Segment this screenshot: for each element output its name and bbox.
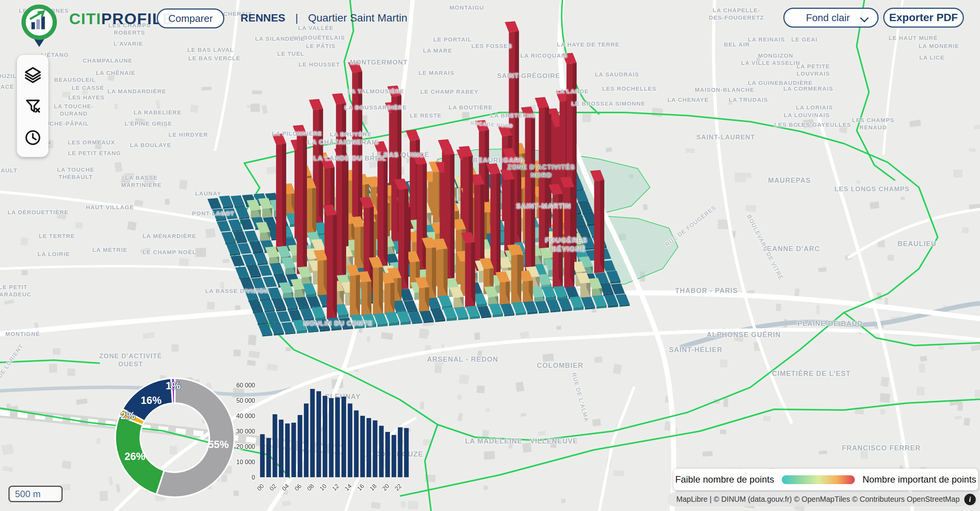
svg-text:20 000: 20 000 <box>236 443 255 450</box>
map-label: HAUT VILLAGE <box>86 204 134 211</box>
map-label: MONTGERMONT <box>350 58 408 66</box>
map-label: LE BAS VERCLÉ <box>188 55 240 62</box>
map-label: LA TOUCHE THÉBAULT <box>57 166 94 181</box>
svg-text:06: 06 <box>293 483 303 492</box>
svg-text:18: 18 <box>368 483 378 492</box>
map-label: PLAINE DE BAUD <box>798 319 863 328</box>
map-label: ALPHONSE GUÉRIN <box>706 331 781 339</box>
map-label: LES GAYEULLES <box>798 121 851 129</box>
map-label: LE GEAI <box>791 36 817 43</box>
map-label: LA BOUTIÈRE <box>449 104 492 111</box>
map-label: LA BASSE MARTINIÈRE <box>121 174 161 189</box>
info-icon[interactable]: i <box>964 494 976 505</box>
map-label: LE CASSÉ <box>72 84 104 92</box>
svg-text:12: 12 <box>331 483 340 492</box>
map-label: BOULEVARD DE VITRÉ <box>745 213 784 281</box>
map-attribution: MapLibre | © DINUM (data.gouv.fr) © Open… <box>667 492 978 506</box>
map-label: CLEUNAY <box>325 392 361 401</box>
layers-button[interactable] <box>22 64 43 85</box>
legend-low-label: Faible nombre de points <box>675 474 774 485</box>
legend-high-label: Nombre important de points <box>862 474 976 485</box>
time-history-button[interactable] <box>22 127 43 148</box>
map-3d-extrusion-layer[interactable] <box>0 0 980 511</box>
map-label: LE HOUSSET <box>298 61 340 68</box>
svg-text:55%: 55% <box>208 439 229 450</box>
map-label: PONT-LAGOT <box>192 210 234 217</box>
clear-filters-button[interactable] <box>22 95 43 117</box>
map-label: LA RICOQUAIS <box>520 52 567 60</box>
breadcrumb-district: Quartier Saint Martin <box>308 12 407 24</box>
export-pdf-button[interactable]: Exporter PDF <box>883 8 964 28</box>
brand-citi: CITI <box>69 10 101 28</box>
map-label: L'AVARIE <box>114 40 143 48</box>
map-label: LE TERTRE <box>39 233 75 240</box>
map-label: LA REINAIS <box>748 36 785 43</box>
charts-overlay: 55%26%2%16%1% 010 00020 00030 00040 0005… <box>0 0 980 511</box>
map-label: LA PETITE LOUVRAIS <box>796 63 830 78</box>
map-label: L'ÉPINE GRISE <box>124 120 172 127</box>
filter-clear-icon <box>24 98 41 115</box>
map-label: JEANNE D'ARC <box>763 245 820 253</box>
map-label: LA BRETÈCHE <box>490 112 536 119</box>
map-label: THABOR - PARIS <box>675 286 738 295</box>
map-label: LA MANDARDIÈRE <box>108 88 166 95</box>
donut-chart[interactable]: 55%26%2%16%1% <box>115 378 234 497</box>
map-label: LA LICE <box>919 54 945 61</box>
map-label: MAISON-BLANCHE <box>695 86 754 94</box>
map-label: LA COURROUZE <box>362 450 423 459</box>
map-label: LA BRUYÈRE <box>330 131 372 138</box>
map-label: LA BOULAYE <box>130 142 171 149</box>
map-label: LA LANDE <box>556 88 589 95</box>
map-label: LE PORTAIL <box>433 36 472 43</box>
header: CITIPROFILE Comparer RENNES | Quartier S… <box>0 0 980 37</box>
map-label: LA CORMERAIS <box>783 85 833 93</box>
map-label: LA RABELIÈRE <box>134 109 182 116</box>
basemap[interactable] <box>0 0 980 511</box>
density-legend: Faible nombre de points Nombre important… <box>673 469 978 490</box>
compare-button[interactable]: Comparer <box>157 8 224 28</box>
svg-text:16: 16 <box>356 483 365 492</box>
map-label: LA LORIAIS <box>796 104 833 111</box>
map-label: SAINT-MARTIN <box>516 202 571 211</box>
map-label: LA MONERIE <box>919 43 959 50</box>
map-label: LA GUINEBAUDIÈRE <box>748 79 813 87</box>
map-label: LA TALMOUSIÈRE <box>347 88 404 95</box>
map-label: MAUREPAS <box>768 176 811 185</box>
attribution-text: MapLibre | © DINUM (data.gouv.fr) © Open… <box>677 495 960 504</box>
map-label: LES HAYES <box>68 94 104 101</box>
svg-text:16%: 16% <box>141 395 161 406</box>
map-label: SAINT-GRÉGOIRE <box>497 72 560 80</box>
svg-text:26%: 26% <box>124 451 145 462</box>
svg-text:10: 10 <box>318 483 328 492</box>
breadcrumb-city: RENNES <box>240 12 285 24</box>
map-label: LA MÉTRIE <box>92 246 127 254</box>
map-label: VILLENEUVE <box>530 437 578 446</box>
map-label: LA MARE <box>423 47 452 55</box>
map-label: LA BASSE DIVISION <box>205 288 269 295</box>
legend-gradient-scale <box>782 475 855 484</box>
svg-text:04: 04 <box>281 483 290 492</box>
map-label: LA SAUDRAIS <box>595 71 639 78</box>
hourly-histogram-chart[interactable]: 010 00020 00030 00040 00050 00060 000000… <box>236 382 409 492</box>
map-label: FRANCISCO FERRER <box>842 444 920 453</box>
map-label: LA CHENAYE <box>667 96 709 104</box>
breadcrumb-separator: | <box>295 12 298 24</box>
map-label: LES ROCHELLES <box>602 85 656 93</box>
svg-text:50 000: 50 000 <box>236 397 255 404</box>
map-label: LE BAS QUINCÉ <box>372 151 429 159</box>
map-label: MONTIGNÉ <box>5 331 40 338</box>
svg-text:02: 02 <box>268 483 278 492</box>
map-label: ÉAULT <box>0 167 17 174</box>
map-label: SAINT-LAURENT <box>696 133 755 141</box>
svg-text:08: 08 <box>306 483 315 492</box>
svg-text:20: 20 <box>381 483 391 492</box>
map-label: RUE DE FOUGÈRES <box>664 204 718 248</box>
basemap-select[interactable]: Fond clair <box>783 8 879 28</box>
brand-pin-icon <box>18 3 61 48</box>
svg-text:2%: 2% <box>120 410 135 422</box>
map-label: CIMETIÈRE DE L'EST <box>772 369 851 378</box>
citiprofile-app: { "header": { "brand": {"citi": "CITI", … <box>0 0 980 511</box>
map-label: SAINT-HÉLIER <box>669 346 722 354</box>
map-label: BEAUSOLEIL <box>54 76 96 84</box>
svg-text:1%: 1% <box>166 380 181 392</box>
